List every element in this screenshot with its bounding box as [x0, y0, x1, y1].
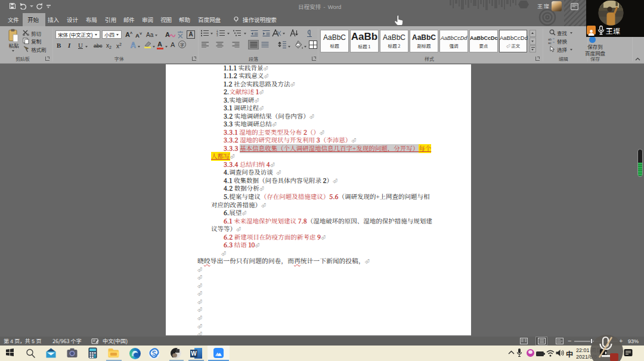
svg-text:3: 3: [216, 34, 218, 36]
svg-text:ac: ac: [548, 41, 552, 44]
